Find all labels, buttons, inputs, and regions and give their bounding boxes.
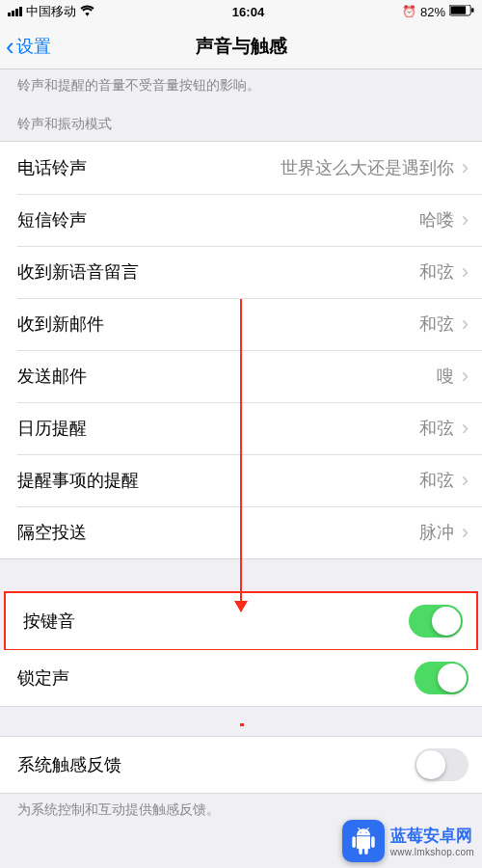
status-time: 16:04 [232,5,264,19]
chevron-right-icon: › [462,261,469,283]
annotation-dot [240,723,244,726]
watermark-url: www.lmkshop.com [390,847,474,857]
toggle-lock-sound[interactable] [415,662,469,694]
row-lock-sound[interactable]: 锁定声 [0,650,482,706]
row-value: 和弦 [419,260,454,284]
chevron-right-icon: › [462,209,469,231]
row-label: 锁定声 [17,666,69,690]
wifi-icon [80,5,94,19]
row-value: 世界这么大还是遇到你 [281,156,454,179]
alarm-icon: ⏰ [402,5,416,18]
row-label: 提醒事项的提醒 [17,469,139,492]
row-haptic[interactable]: 系统触感反馈 [0,737,482,793]
row-value: 和弦 [419,469,454,492]
signal-icon [8,7,22,16]
status-left: 中国移动 [8,3,94,20]
row-label: 收到新邮件 [17,312,104,336]
watermark: 蓝莓安卓网 www.lmkshop.com [342,820,474,862]
row-label: 隔空投送 [17,521,87,544]
row-value: 哈喽 [419,208,454,231]
row-value: 嗖 [437,365,454,388]
row-label: 短信铃声 [17,208,87,231]
back-label: 设置 [16,35,51,58]
carrier-label: 中国移动 [26,3,76,20]
row-value: 和弦 [419,312,454,336]
volume-note: 铃声和提醒的音量不受音量按钮的影响。 [0,69,482,108]
row-label: 收到新语音留言 [17,260,139,284]
row-value: 脉冲 [419,521,454,544]
chevron-right-icon: › [462,470,469,491]
row-label: 日历提醒 [17,417,87,440]
battery-icon [449,5,474,19]
row-phone-ringtone[interactable]: 电话铃声 世界这么大还是遇到你 › [0,142,482,194]
chevron-right-icon: › [462,157,469,178]
svg-rect-1 [450,6,466,14]
row-sms-ringtone[interactable]: 短信铃声 哈喽 › [0,194,482,246]
annotation-arrow [240,299,242,611]
row-label: 发送邮件 [17,365,87,388]
toggle-haptic[interactable] [415,748,469,781]
row-new-voicemail[interactable]: 收到新语音留言 和弦 › [0,246,482,298]
chevron-left-icon: ‹ [6,34,14,59]
watermark-title: 蓝莓安卓网 [390,825,474,847]
row-label: 系统触感反馈 [17,753,121,776]
chevron-right-icon: › [462,366,469,387]
section-header-ringtone: 铃声和振动模式 [0,108,482,141]
svg-rect-2 [471,8,473,13]
chevron-right-icon: › [462,313,469,335]
nav-bar: ‹ 设置 声音与触感 [0,23,482,69]
chevron-right-icon: › [462,522,469,543]
status-bar: 中国移动 16:04 ⏰ 82% [0,0,482,23]
back-button[interactable]: ‹ 设置 [0,34,51,59]
status-right: ⏰ 82% [402,5,474,19]
toggle-key-click[interactable] [409,605,463,637]
row-label: 按键音 [23,610,75,633]
row-value: 和弦 [419,417,454,440]
watermark-logo-icon [342,820,385,862]
chevron-right-icon: › [462,418,469,439]
row-label: 电话铃声 [17,156,87,179]
battery-pct: 82% [420,5,445,19]
page-title: 声音与触感 [0,34,482,59]
